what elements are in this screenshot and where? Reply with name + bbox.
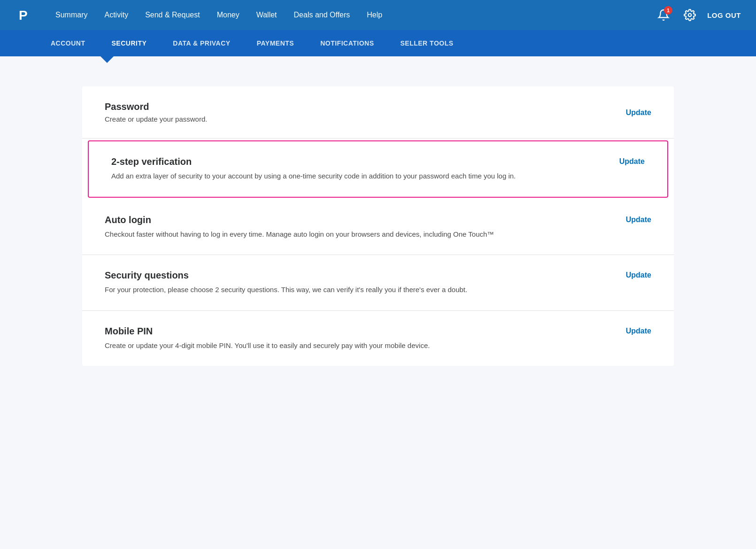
mobile-pin-content: Mobile PIN Create or update your 4-digit… [105, 326, 527, 351]
paypal-logo[interactable]: P [15, 5, 36, 25]
auto-login-title: Auto login [105, 215, 527, 225]
password-section: Password Create or update your password.… [82, 86, 674, 139]
nav-send-request[interactable]: Send & Request [137, 0, 208, 30]
password-title: Password [105, 101, 603, 112]
auto-login-description: Checkout faster without having to log in… [105, 229, 527, 240]
mobile-pin-update-link[interactable]: Update [626, 326, 651, 335]
top-nav-links: Summary Activity Send & Request Money Wa… [47, 0, 655, 30]
two-step-title: 2-step verification [111, 156, 534, 167]
mobile-pin-title: Mobile PIN [105, 326, 527, 337]
auto-login-content: Auto login Checkout faster without havin… [105, 215, 527, 240]
auto-login-update-link[interactable]: Update [626, 215, 651, 224]
notification-badge: 1 [664, 6, 672, 15]
nav-activity[interactable]: Activity [96, 0, 137, 30]
svg-text:P: P [19, 8, 28, 23]
two-step-update-link[interactable]: Update [619, 156, 645, 166]
logout-button[interactable]: LOG OUT [707, 11, 741, 19]
security-questions-update-link[interactable]: Update [626, 270, 651, 279]
subnav-data-privacy[interactable]: DATA & PRIVACY [160, 30, 243, 56]
page-wrapper: Password Create or update your password.… [0, 56, 756, 377]
password-description: Create or update your password. [105, 115, 603, 123]
mobile-pin-section: Mobile PIN Create or update your 4-digit… [82, 311, 674, 366]
svg-point-2 [688, 14, 692, 17]
password-content: Password Create or update your password. [105, 101, 603, 123]
security-content-panel: Password Create or update your password.… [82, 86, 674, 366]
password-update-link[interactable]: Update [626, 108, 651, 117]
security-questions-section: Security questions For your protection, … [82, 255, 674, 311]
mobile-pin-description: Create or update your 4-digit mobile PIN… [105, 340, 527, 351]
subnav-account[interactable]: ACCOUNT [38, 30, 99, 56]
subnav-seller-tools[interactable]: SELLER TOOLS [387, 30, 466, 56]
subnav-security[interactable]: SECURITY [99, 30, 160, 56]
two-step-wrapper: 2-step verification Add an extra layer o… [82, 139, 674, 200]
subnav-notifications[interactable]: NOTIFICATIONS [307, 30, 387, 56]
top-navigation: P Summary Activity Send & Request Money … [0, 0, 756, 30]
nav-deals-offers[interactable]: Deals and Offers [285, 0, 359, 30]
top-nav-right: 1 LOG OUT [655, 6, 741, 24]
security-questions-content: Security questions For your protection, … [105, 270, 527, 295]
nav-help[interactable]: Help [358, 0, 391, 30]
nav-wallet[interactable]: Wallet [248, 0, 285, 30]
subnav-payments[interactable]: PAYMENTS [244, 30, 307, 56]
security-questions-description: For your protection, please choose 2 sec… [105, 285, 527, 295]
two-step-section: 2-step verification Add an extra layer o… [88, 140, 668, 198]
sub-navigation: ACCOUNT SECURITY DATA & PRIVACY PAYMENTS… [0, 30, 756, 56]
nav-summary[interactable]: Summary [47, 0, 96, 30]
security-questions-title: Security questions [105, 270, 527, 281]
two-step-description: Add an extra layer of security to your a… [111, 171, 534, 182]
nav-money[interactable]: Money [208, 0, 248, 30]
two-step-content: 2-step verification Add an extra layer o… [111, 156, 534, 182]
settings-button[interactable] [681, 6, 699, 24]
auto-login-section: Auto login Checkout faster without havin… [82, 200, 674, 255]
sub-nav-links: ACCOUNT SECURITY DATA & PRIVACY PAYMENTS… [38, 30, 467, 56]
gear-icon [684, 9, 696, 21]
notification-button[interactable]: 1 [655, 6, 672, 24]
